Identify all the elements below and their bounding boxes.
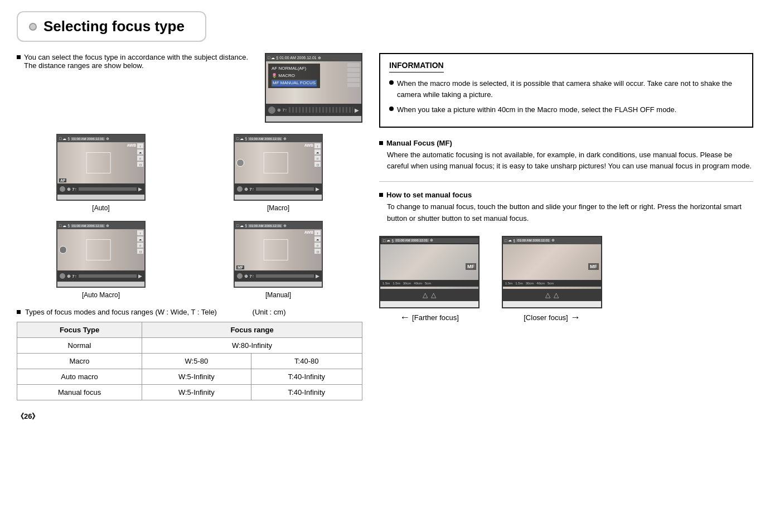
cs-auto-awb: AWB	[127, 143, 136, 147]
focus-types-unit: (Unit : cm)	[253, 308, 286, 316]
bb-am-arr: ▶	[138, 273, 142, 279]
intro-text-line2: The distance ranges are show below.	[24, 61, 144, 70]
table-row: MacroW:5-80T:40-80	[17, 354, 362, 369]
right-icon-3	[347, 73, 360, 77]
section-divider	[379, 181, 753, 182]
camera-item-auto: □☁§ 01:00 AM 2006.12.01 ⊕ AWB ↕ ☁ □ ◻	[17, 134, 185, 212]
table-cell-type: Auto macro	[17, 369, 142, 385]
menu-macro: 🌷 MACRO	[272, 72, 317, 80]
mf-close-topbar: □☁§ 01:00 AM 2006.12.01 ⊕	[503, 237, 601, 244]
closer-arrow-icon: →	[570, 312, 580, 323]
cs-macro-awb: AWB	[304, 143, 313, 147]
mf-far-indicator: MF	[466, 263, 476, 270]
rp-m-icon-1: ↕	[314, 143, 321, 148]
cs-macro-flower-icon	[236, 159, 244, 167]
cs-manual-right-panel: ↕ ☁ □ ◻	[314, 230, 321, 254]
rp-am-icon-1: ↕	[137, 230, 143, 235]
info-text-1: When the macro mode is selected, it is p…	[397, 78, 743, 100]
cs-automacro-timestamp: 01:00 AM 2006.12.01	[71, 224, 105, 228]
bb-macro-gear	[237, 186, 243, 192]
farther-label: [Farther focus]	[412, 313, 459, 322]
rp-m-icon-2: ☁	[314, 149, 321, 154]
camera-item-auto-macro: □☁§ 01:00 AM 2006.12.01 ⊕ ↕ ☁ □ ◻	[17, 221, 185, 299]
cs-macro-right-panel: ↕ ☁ □ ◻	[314, 143, 321, 167]
mf-far-bottombar: △ △	[380, 289, 478, 301]
rp-icon-1: ↕	[137, 143, 143, 148]
table-cell-range1: W:5-80	[142, 354, 251, 369]
focus-types-text-container: Types of focus modes and focus ranges (W…	[25, 308, 286, 316]
cs-manual-focus-rect	[264, 239, 288, 260]
rp-icon-3: □	[137, 156, 143, 161]
camera-label-manual: [Manual]	[265, 291, 291, 299]
mf-close-btn-2: △	[554, 291, 559, 299]
rp-am-icon-3: □	[137, 243, 143, 248]
farther-focus-camera: □☁§ 01:00 AM 2006.12.01 ⊕ MF 1.5m 1.5m 3…	[379, 236, 480, 308]
cs-auto-photo: AWB ↕ ☁ □ ◻ AF	[57, 142, 144, 183]
camera-label-auto: [Auto]	[92, 204, 109, 212]
left-column: You can select the focus type in accorda…	[17, 53, 362, 422]
mf-far-photo: MF 1.5m 1.5m 30cm 40cm 5cm	[380, 244, 478, 289]
cs-manual-topbar: □☁§ 01:00 AM 2006.12.01 ⊕	[235, 222, 322, 229]
info-item-2: When you take a picture within 40cm in t…	[389, 104, 743, 115]
farther-arrow-row: ← [Farther focus]	[400, 312, 459, 323]
camera-item-macro: □☁§ 01:00 AM 2006.12.01 ⊕ AWB ↕ ☁ □ ◻	[194, 134, 362, 212]
farther-arrow-icon: ←	[400, 312, 410, 323]
cs-macro-topbar: □☁§ 01:00 AM 2006.12.01 ⊕	[235, 135, 322, 142]
bb-macro-bar	[256, 187, 314, 191]
table-row: NormalW:80-Infinity	[17, 338, 362, 354]
right-column: INFORMATION When the macro mode is selec…	[379, 53, 753, 422]
cs-auto-af-tag: AF	[59, 178, 66, 182]
right-icon-1	[347, 63, 360, 67]
cs-auto-bottombar: ⊕ 7↑ ▶	[57, 183, 144, 195]
right-icon-4	[347, 78, 360, 82]
page-header: Selecting focus type	[17, 11, 206, 42]
how-to-bullet-icon	[379, 193, 383, 197]
rp-mn-icon-1: ↕	[314, 230, 321, 235]
how-to-set-section: How to set manual focus To change to man…	[379, 191, 753, 225]
table-row: Manual focusW:5-InfinityT:40-Infinity	[17, 385, 362, 400]
info-dot-1	[389, 80, 394, 85]
top-camera-timestamp: 01:00 AM 2006.12.01	[279, 56, 317, 60]
cs-auto-right-panel: ↕ ☁ □ ◻	[137, 143, 143, 167]
table-cell-range2: T:40-80	[251, 354, 362, 369]
bb-am-zoom: ⊕ 7↑	[67, 274, 77, 279]
manual-focus-screens: □☁§ 01:00 AM 2006.12.01 ⊕ MF 1.5m 1.5m 3…	[379, 236, 753, 323]
right-icon-2	[347, 68, 360, 72]
farther-focus-item: □☁§ 01:00 AM 2006.12.01 ⊕ MF 1.5m 1.5m 3…	[379, 236, 480, 323]
bb-macro-arr: ▶	[316, 186, 319, 192]
info-box: INFORMATION When the macro mode is selec…	[379, 53, 753, 128]
info-list: When the macro mode is selected, it is p…	[389, 78, 743, 115]
table-cell-type: Manual focus	[17, 385, 142, 400]
how-to-body-text: To change to manual focus, touch the but…	[387, 201, 753, 225]
focus-types-bullet-icon	[17, 310, 21, 314]
camera-screen-auto: □☁§ 01:00 AM 2006.12.01 ⊕ AWB ↕ ☁ □ ◻	[56, 134, 146, 201]
info-item-1: When the macro mode is selected, it is p…	[389, 78, 743, 100]
mf-far-timestamp: 01:00 AM 2006.12.01	[395, 239, 429, 242]
bullet-icon	[17, 55, 21, 59]
camera-screen-manual: □☁§ 01:00 AM 2006.12.01 ⊕ AWB ↕ ☁ □ ◻	[234, 221, 323, 288]
bb-arrow: ▶	[138, 186, 142, 192]
rp-m-icon-3: □	[314, 156, 321, 161]
bb-zoom-text: ⊕ 7↑	[67, 187, 77, 192]
cs-auto-timestamp: 01:00 AM 2006.12.01	[71, 137, 105, 141]
intro-bullet: You can select the focus type in accorda…	[17, 53, 254, 70]
menu-mf-selected: MF MANUAL FOCUS	[272, 80, 317, 87]
main-layout: You can select the focus type in accorda…	[17, 53, 753, 422]
focus-types-note: Types of focus modes and focus ranges (W…	[17, 308, 362, 316]
mf-bullet-icon	[379, 141, 383, 145]
rp-mn-icon-3: □	[314, 243, 321, 248]
info-text-2: When you take a picture within 40cm in t…	[397, 104, 676, 115]
bottom-icon-gear	[268, 107, 275, 114]
top-camera-right-icons	[347, 63, 360, 87]
how-to-title-text: How to set manual focus	[386, 191, 472, 199]
mf-close-photo: MF 1.5m 1.5m 30cm 40cm 5cm	[503, 244, 601, 289]
bottom-zoom: ⊕ 7↑	[277, 108, 287, 113]
info-box-title: INFORMATION	[389, 61, 444, 72]
bb-mn-gear	[237, 273, 243, 279]
rp-mn-icon-2: ☁	[314, 236, 321, 241]
how-to-title: How to set manual focus	[379, 191, 753, 199]
cs-auto-topbar: □☁§ 01:00 AM 2006.12.01 ⊕	[57, 135, 144, 142]
camera-screen-macro: □☁§ 01:00 AM 2006.12.01 ⊕ AWB ↕ ☁ □ ◻	[234, 134, 323, 201]
table-cell-range1: W:80-Infinity	[142, 338, 362, 354]
cs-automacro-photo: ↕ ☁ □ ◻	[57, 229, 144, 270]
